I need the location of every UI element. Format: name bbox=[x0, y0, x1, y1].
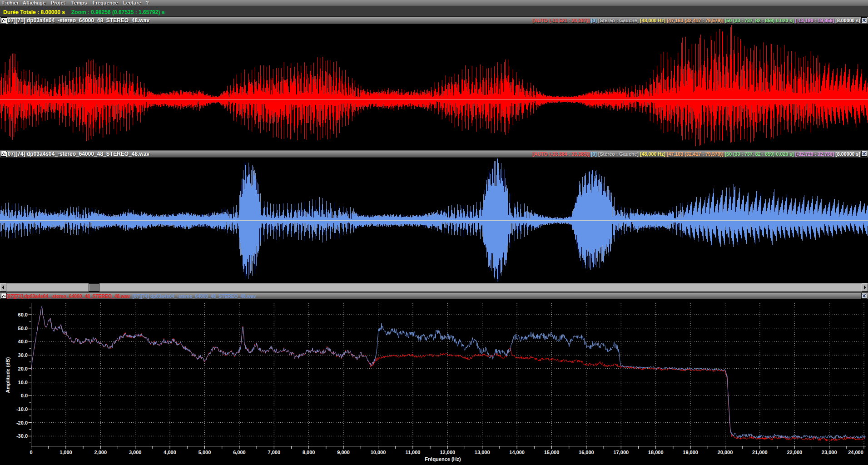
svg-text:13,000: 13,000 bbox=[475, 450, 490, 455]
svg-text:1,000: 1,000 bbox=[60, 450, 72, 455]
svg-text:14,000: 14,000 bbox=[509, 450, 525, 455]
svg-text:50.0: 50.0 bbox=[18, 326, 28, 331]
svg-text:-20.0: -20.0 bbox=[16, 420, 28, 425]
svg-text:Amplitude (dB): Amplitude (dB) bbox=[5, 357, 10, 393]
svg-text:10.0: 10.0 bbox=[18, 380, 28, 385]
svg-text:7,000: 7,000 bbox=[268, 450, 281, 455]
svg-text:16,000: 16,000 bbox=[579, 450, 594, 455]
svg-text:0.0: 0.0 bbox=[21, 393, 28, 398]
svg-text:21,000: 21,000 bbox=[752, 450, 768, 455]
svg-text:15,000: 15,000 bbox=[544, 450, 560, 455]
svg-text:-30.0: -30.0 bbox=[16, 433, 28, 439]
svg-text:17,000: 17,000 bbox=[613, 450, 629, 455]
svg-text:30.0: 30.0 bbox=[18, 352, 28, 358]
svg-text:9,000: 9,000 bbox=[337, 450, 350, 455]
svg-text:20,000: 20,000 bbox=[718, 450, 733, 455]
svg-text:19,000: 19,000 bbox=[683, 450, 698, 455]
svg-text:5,000: 5,000 bbox=[198, 450, 211, 455]
svg-text:8,000: 8,000 bbox=[303, 450, 315, 455]
svg-text:22,000: 22,000 bbox=[787, 450, 802, 455]
svg-text:6,000: 6,000 bbox=[233, 450, 246, 455]
svg-text:23,000: 23,000 bbox=[822, 450, 837, 455]
svg-text:60.0: 60.0 bbox=[18, 312, 28, 317]
svg-text:3,000: 3,000 bbox=[129, 450, 142, 455]
svg-text:40.0: 40.0 bbox=[18, 339, 28, 344]
svg-text:20.0: 20.0 bbox=[18, 366, 28, 371]
svg-text:24,000: 24,000 bbox=[848, 450, 863, 455]
svg-text:12,000: 12,000 bbox=[440, 450, 455, 455]
svg-text:-10.0: -10.0 bbox=[16, 406, 28, 412]
svg-text:0: 0 bbox=[30, 450, 32, 455]
svg-text:2,000: 2,000 bbox=[94, 450, 107, 455]
svg-text:Fréquence (Hz): Fréquence (Hz) bbox=[425, 456, 461, 462]
svg-text:10,000: 10,000 bbox=[371, 450, 386, 455]
svg-text:4,000: 4,000 bbox=[164, 450, 176, 455]
svg-text:18,000: 18,000 bbox=[648, 450, 664, 455]
svg-text:11,000: 11,000 bbox=[405, 450, 420, 455]
